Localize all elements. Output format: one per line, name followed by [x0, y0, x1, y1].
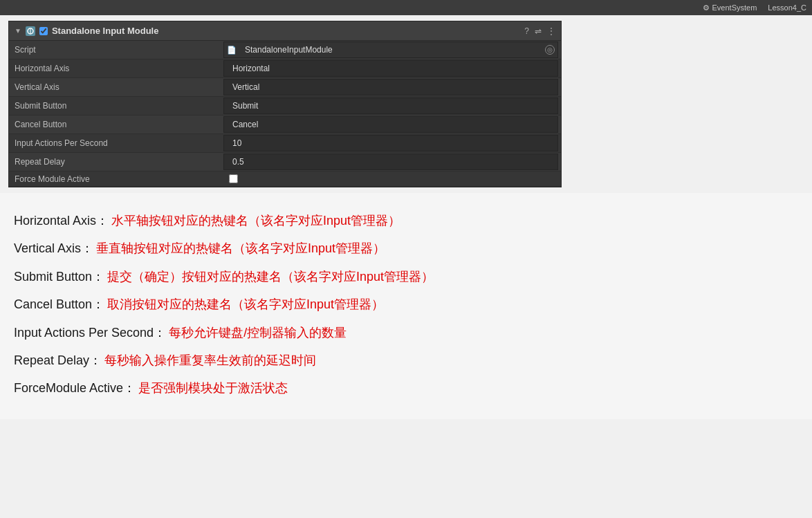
submit-button-value-container[interactable]: Submit — [223, 98, 558, 114]
desc-cancel-button-label: Cancel Button： — [14, 293, 104, 315]
prop-row-cancel-button: Cancel Button Cancel — [9, 115, 561, 134]
desc-force-module-text: 是否强制模块处于激活状态 — [138, 377, 288, 399]
header-icons: ? ⇌ ⋮ — [524, 26, 555, 36]
desc-cancel-button-text: 取消按钮对应的热建名（该名字对应Input管理器） — [107, 293, 384, 315]
cancel-button-value-container[interactable]: Cancel — [223, 116, 558, 133]
script-picker-icon[interactable]: ◎ — [545, 45, 555, 55]
prop-row-script: Script 📄 StandaloneInputModule ◎ — [9, 41, 561, 59]
desc-submit-button-label: Submit Button： — [14, 266, 104, 288]
desc-horizontal-axis-text: 水平轴按钮对应的热键名（该名字对应Input管理器） — [111, 210, 400, 232]
submit-button-label: Submit Button — [9, 99, 223, 113]
inspector-panel: ▼ Standalone Input Module ? ⇌ ⋮ Script 📄… — [8, 21, 562, 187]
component-icon — [26, 26, 35, 36]
script-file-icon: 📄 — [227, 46, 237, 55]
component-header: ▼ Standalone Input Module ? ⇌ ⋮ — [9, 21, 561, 41]
desc-submit-button-text: 提交（确定）按钮对应的热建名（该名字对应Input管理器） — [107, 266, 434, 288]
vertical-axis-value-container[interactable]: Vertical — [223, 79, 558, 95]
force-module-checkbox[interactable] — [229, 174, 238, 183]
vertical-axis-label: Vertical Axis — [9, 80, 223, 94]
horizontal-axis-value: Horizontal — [227, 62, 555, 75]
desc-input-actions-label: Input Actions Per Second： — [14, 322, 166, 344]
desc-repeat-delay: Repeat Delay： 每秒输入操作重复率生效前的延迟时间 — [14, 349, 798, 371]
prop-row-input-actions: Input Actions Per Second 10 — [9, 134, 561, 153]
lesson-label: Lesson4_C — [768, 3, 806, 12]
input-actions-value: 10 — [227, 136, 555, 150]
desc-repeat-delay-label: Repeat Delay： — [14, 349, 102, 371]
submit-button-value: Submit — [227, 99, 555, 113]
prop-row-submit-button: Submit Button Submit — [9, 97, 561, 115]
property-table: Script 📄 StandaloneInputModule ◎ Horizon… — [9, 41, 561, 187]
desc-submit-button: Submit Button： 提交（确定）按钮对应的热建名（该名字对应Input… — [14, 266, 798, 288]
settings-icon[interactable]: ⇌ — [535, 26, 542, 36]
event-system-icon: ⚙ — [703, 3, 710, 12]
vertical-axis-value: Vertical — [227, 80, 555, 94]
top-bar: ⚙ EventSystem Lesson4_C — [0, 0, 812, 15]
desc-force-module-label: ForceModule Active： — [14, 377, 136, 399]
horizontal-axis-label: Horizontal Axis — [9, 62, 223, 75]
cancel-button-label: Cancel Button — [9, 118, 223, 131]
input-actions-value-container[interactable]: 10 — [223, 135, 558, 151]
event-system-label: ⚙ EventSystem — [703, 3, 757, 12]
desc-horizontal-axis: Horizontal Axis： 水平轴按钮对应的热键名（该名字对应Input管… — [14, 210, 798, 232]
collapse-arrow-icon[interactable]: ▼ — [15, 27, 21, 35]
component-title: Standalone Input Module — [52, 26, 520, 36]
input-actions-label: Input Actions Per Second — [9, 136, 223, 150]
force-module-label: Force Module Active — [9, 172, 223, 186]
desc-cancel-button: Cancel Button： 取消按钮对应的热建名（该名字对应Input管理器） — [14, 293, 798, 315]
prop-row-force-module: Force Module Active — [9, 172, 561, 187]
force-module-checkbox-container — [223, 172, 561, 185]
desc-repeat-delay-text: 每秒输入操作重复率生效前的延迟时间 — [104, 349, 316, 371]
script-label: Script — [9, 43, 223, 57]
prop-row-vertical-axis: Vertical Axis Vertical — [9, 78, 561, 97]
script-value: StandaloneInputModule — [239, 43, 542, 57]
desc-input-actions-text: 每秒允许键盘/控制器输入的数量 — [169, 322, 347, 344]
desc-vertical-axis-text: 垂直轴按钮对应的热键名（该名字对应Input管理器） — [96, 237, 385, 259]
script-value-container: 📄 StandaloneInputModule ◎ — [223, 41, 558, 58]
help-icon[interactable]: ? — [524, 26, 529, 36]
desc-horizontal-axis-label: Horizontal Axis： — [14, 210, 109, 232]
component-enabled-checkbox[interactable] — [39, 27, 48, 35]
cancel-button-value: Cancel — [227, 118, 555, 131]
description-section: Horizontal Axis： 水平轴按钮对应的热键名（该名字对应Input管… — [0, 193, 812, 419]
prop-row-repeat-delay: Repeat Delay 0.5 — [9, 153, 561, 172]
horizontal-axis-value-container[interactable]: Horizontal — [223, 60, 558, 77]
prop-row-horizontal-axis: Horizontal Axis Horizontal — [9, 59, 561, 78]
desc-input-actions: Input Actions Per Second： 每秒允许键盘/控制器输入的数… — [14, 322, 798, 344]
desc-vertical-axis: Vertical Axis： 垂直轴按钮对应的热键名（该名字对应Input管理器… — [14, 237, 798, 259]
repeat-delay-value-container[interactable]: 0.5 — [223, 154, 558, 170]
desc-vertical-axis-label: Vertical Axis： — [14, 237, 93, 259]
desc-force-module: ForceModule Active： 是否强制模块处于激活状态 — [14, 377, 798, 399]
menu-icon[interactable]: ⋮ — [547, 26, 555, 36]
repeat-delay-value: 0.5 — [227, 155, 555, 169]
repeat-delay-label: Repeat Delay — [9, 155, 223, 169]
